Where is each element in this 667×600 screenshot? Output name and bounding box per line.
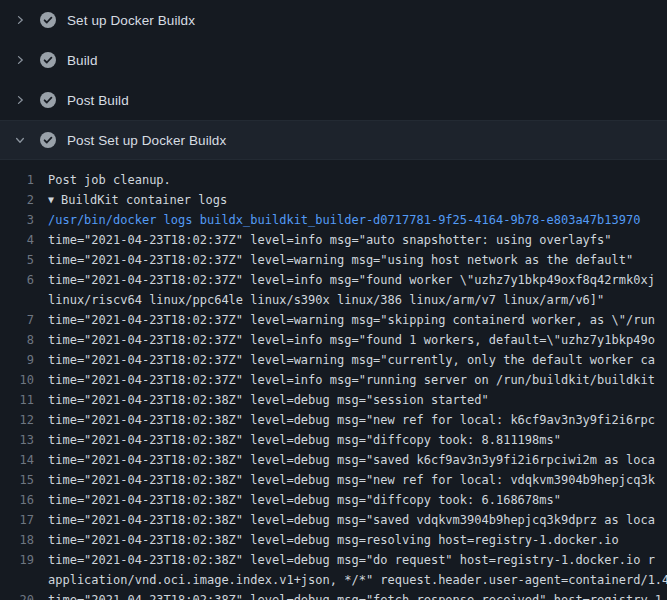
log-text: BuildKit container logs: [61, 190, 227, 210]
log-line: 11 time="2021-04-23T18:02:38Z" level=deb…: [0, 390, 667, 410]
log-text: time="2021-04-23T18:02:37Z" level=info m…: [48, 370, 655, 390]
log-line: 8 time="2021-04-23T18:02:37Z" level=info…: [0, 330, 667, 350]
log-text: time="2021-04-23T18:02:38Z" level=debug …: [48, 590, 667, 600]
log-area: 1 Post job cleanup. 2 ▼ BuildKit contain…: [0, 160, 667, 600]
log-text: time="2021-04-23T18:02:38Z" level=debug …: [48, 550, 655, 570]
step-title: Set up Docker Buildx: [67, 13, 195, 28]
log-text: time="2021-04-23T18:02:38Z" level=debug …: [48, 530, 619, 550]
step-header[interactable]: Build: [0, 40, 667, 80]
log-text: time="2021-04-23T18:02:37Z" level=warnin…: [48, 310, 655, 330]
line-number[interactable]: 2: [0, 190, 48, 210]
line-number[interactable]: 14: [0, 450, 48, 470]
log-line: 14 time="2021-04-23T18:02:38Z" level=deb…: [0, 450, 667, 470]
log-line[interactable]: 2 ▼ BuildKit container logs: [0, 190, 667, 210]
chevron-right-icon: [12, 14, 28, 26]
log-text: linux/riscv64 linux/ppc64le linux/s390x …: [48, 290, 604, 310]
log-line: linux/riscv64 linux/ppc64le linux/s390x …: [0, 290, 667, 310]
chevron-right-icon: [12, 54, 28, 66]
log-text: /usr/bin/docker logs buildx_buildkit_bui…: [48, 210, 640, 230]
step-title: Build: [67, 53, 98, 68]
log-text: time="2021-04-23T18:02:38Z" level=debug …: [48, 390, 489, 410]
log-text: application/vnd.oci.image.index.v1+json,…: [48, 570, 667, 590]
log-line: 9 time="2021-04-23T18:02:37Z" level=warn…: [0, 350, 667, 370]
log-line: 10 time="2021-04-23T18:02:37Z" level=inf…: [0, 370, 667, 390]
check-circle-icon: [40, 52, 56, 68]
line-number[interactable]: 7: [0, 310, 48, 330]
line-number[interactable]: 20: [0, 590, 48, 600]
log-line: 19 time="2021-04-23T18:02:38Z" level=deb…: [0, 550, 667, 570]
log-line: 16 time="2021-04-23T18:02:38Z" level=deb…: [0, 490, 667, 510]
log-text: time="2021-04-23T18:02:37Z" level=warnin…: [48, 350, 655, 370]
step-title: Post Set up Docker Buildx: [67, 133, 226, 148]
line-number[interactable]: 18: [0, 530, 48, 550]
line-number[interactable]: 17: [0, 510, 48, 530]
chevron-down-icon: [12, 134, 28, 146]
check-circle-icon: [40, 12, 56, 28]
line-number[interactable]: 8: [0, 330, 48, 350]
check-circle-icon: [40, 92, 56, 108]
line-number[interactable]: 15: [0, 470, 48, 490]
line-number[interactable]: 12: [0, 410, 48, 430]
group-toggle-icon: ▼: [48, 190, 54, 210]
log-text: time="2021-04-23T18:02:38Z" level=debug …: [48, 490, 561, 510]
line-number[interactable]: [0, 290, 48, 310]
line-number[interactable]: 3: [0, 210, 48, 230]
step-title: Post Build: [67, 93, 129, 108]
step-header[interactable]: Set up Docker Buildx: [0, 0, 667, 40]
log-line: 18 time="2021-04-23T18:02:38Z" level=deb…: [0, 530, 667, 550]
workflow-log-viewer: Set up Docker Buildx Build P: [0, 0, 667, 600]
log-line: 5 time="2021-04-23T18:02:37Z" level=warn…: [0, 250, 667, 270]
log-line: 6 time="2021-04-23T18:02:37Z" level=info…: [0, 270, 667, 290]
log-text: time="2021-04-23T18:02:38Z" level=debug …: [48, 470, 655, 490]
log-text: time="2021-04-23T18:02:38Z" level=debug …: [48, 430, 561, 450]
line-number[interactable]: 16: [0, 490, 48, 510]
line-number[interactable]: 13: [0, 430, 48, 450]
log-text: time="2021-04-23T18:02:37Z" level=info m…: [48, 230, 612, 250]
log-line: 3 /usr/bin/docker logs buildx_buildkit_b…: [0, 210, 667, 230]
line-number[interactable]: 5: [0, 250, 48, 270]
line-number[interactable]: 4: [0, 230, 48, 250]
line-number[interactable]: 9: [0, 350, 48, 370]
log-line: 20 time="2021-04-23T18:02:38Z" level=deb…: [0, 590, 667, 600]
step-header[interactable]: Post Set up Docker Buildx: [0, 120, 667, 160]
step-header[interactable]: Post Build: [0, 80, 667, 120]
check-circle-icon: [40, 132, 56, 148]
log-text: Post job cleanup.: [48, 170, 171, 190]
log-line: 4 time="2021-04-23T18:02:37Z" level=info…: [0, 230, 667, 250]
line-number[interactable]: 19: [0, 550, 48, 570]
line-number[interactable]: 11: [0, 390, 48, 410]
log-text: time="2021-04-23T18:02:37Z" level=warnin…: [48, 250, 633, 270]
log-text: time="2021-04-23T18:02:37Z" level=info m…: [48, 330, 655, 350]
log-line: 17 time="2021-04-23T18:02:38Z" level=deb…: [0, 510, 667, 530]
log-text: time="2021-04-23T18:02:37Z" level=info m…: [48, 270, 655, 290]
log-text: time="2021-04-23T18:02:38Z" level=debug …: [48, 510, 655, 530]
log-line: 13 time="2021-04-23T18:02:38Z" level=deb…: [0, 430, 667, 450]
log-line: 12 time="2021-04-23T18:02:38Z" level=deb…: [0, 410, 667, 430]
line-number[interactable]: 10: [0, 370, 48, 390]
chevron-right-icon: [12, 94, 28, 106]
log-line: 7 time="2021-04-23T18:02:37Z" level=warn…: [0, 310, 667, 330]
line-number[interactable]: 6: [0, 270, 48, 290]
log-line: 1 Post job cleanup.: [0, 170, 667, 190]
log-text: time="2021-04-23T18:02:38Z" level=debug …: [48, 410, 655, 430]
log-line: 15 time="2021-04-23T18:02:38Z" level=deb…: [0, 470, 667, 490]
log-text: time="2021-04-23T18:02:38Z" level=debug …: [48, 450, 655, 470]
line-number[interactable]: [0, 570, 48, 590]
step-header-list: Set up Docker Buildx Build P: [0, 0, 667, 160]
log-line: application/vnd.oci.image.index.v1+json,…: [0, 570, 667, 590]
line-number[interactable]: 1: [0, 170, 48, 190]
